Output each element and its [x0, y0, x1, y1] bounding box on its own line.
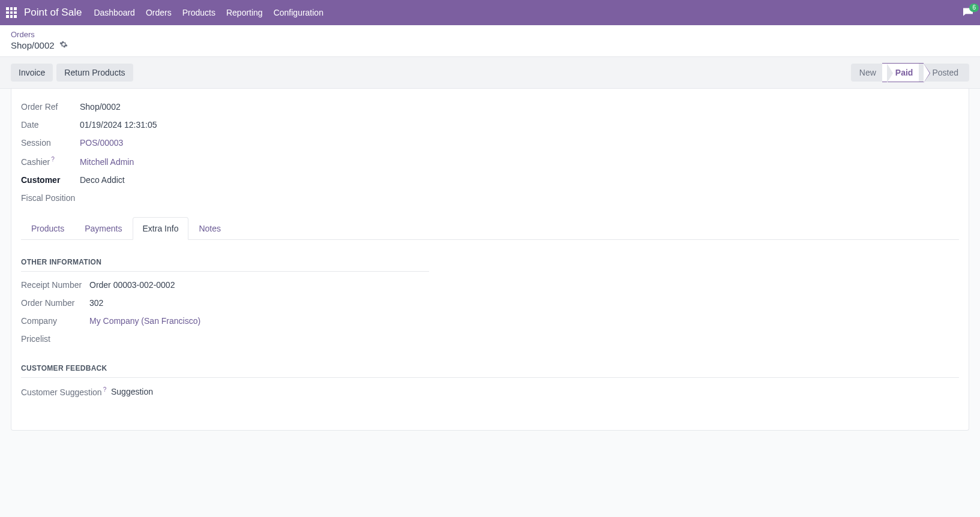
nav-products[interactable]: Products [182, 8, 215, 17]
label-company: Company [21, 316, 89, 326]
breadcrumb-bar: Orders Shop/0002 [0, 25, 980, 57]
label-order-ref: Order Ref [21, 102, 80, 112]
breadcrumb-parent[interactable]: Orders [11, 30, 969, 39]
label-customer: Customer [21, 175, 80, 185]
label-cashier: Cashier? [21, 156, 80, 167]
value-customer[interactable]: Deco Addict [80, 175, 125, 185]
status-track: New Paid Posted [851, 63, 969, 82]
value-receipt-number: Order 00003-002-0002 [89, 280, 175, 290]
return-products-button[interactable]: Return Products [56, 64, 133, 82]
tab-content-extra-info: OTHER INFORMATION Receipt Number Order 0… [21, 240, 959, 397]
top-navbar: Point of Sale Dashboard Orders Products … [0, 0, 980, 25]
messaging-icon[interactable]: 6 [962, 7, 974, 19]
tab-notes[interactable]: Notes [188, 217, 231, 240]
value-company[interactable]: My Company (San Francisco) [89, 316, 200, 326]
value-order-number: 302 [89, 298, 103, 308]
value-date: 01/19/2024 12:31:05 [80, 120, 157, 130]
value-session[interactable]: POS/00003 [80, 138, 123, 148]
nav-orders[interactable]: Orders [146, 8, 172, 17]
help-icon[interactable]: ? [103, 386, 107, 393]
breadcrumb-current: Shop/0002 [11, 40, 55, 50]
section-title-other-info: OTHER INFORMATION [21, 258, 429, 266]
value-cashier[interactable]: Mitchell Admin [80, 157, 134, 167]
divider [21, 377, 959, 378]
label-customer-suggestion: Customer Suggestion? [21, 386, 111, 397]
help-icon[interactable]: ? [51, 156, 55, 163]
label-date: Date [21, 120, 80, 130]
label-receipt-number: Receipt Number [21, 280, 89, 290]
label-session: Session [21, 138, 80, 148]
tab-payments[interactable]: Payments [74, 217, 132, 240]
tab-products[interactable]: Products [21, 217, 74, 240]
action-bar: Invoice Return Products New Paid Posted [0, 57, 980, 89]
apps-icon[interactable] [6, 7, 17, 18]
gear-icon[interactable] [59, 40, 68, 50]
messaging-badge: 6 [969, 4, 979, 12]
invoice-button[interactable]: Invoice [11, 64, 53, 82]
label-fiscal-position: Fiscal Position [21, 193, 75, 203]
divider [21, 271, 429, 272]
status-new[interactable]: New [851, 64, 887, 82]
value-customer-suggestion[interactable]: Suggestion [111, 387, 153, 396]
nav-reporting[interactable]: Reporting [226, 8, 263, 17]
section-title-customer-feedback: CUSTOMER FEEDBACK [21, 364, 959, 372]
nav-configuration[interactable]: Configuration [274, 8, 323, 17]
label-order-number: Order Number [21, 298, 89, 308]
tab-extra-info[interactable]: Extra Info [133, 217, 189, 240]
tabs: Products Payments Extra Info Notes [21, 217, 959, 240]
nav-dashboard[interactable]: Dashboard [94, 8, 135, 17]
value-order-ref: Shop/0002 [80, 102, 121, 112]
app-brand[interactable]: Point of Sale [24, 7, 82, 19]
form-sheet: Order Ref Shop/0002 Date 01/19/2024 12:3… [11, 89, 969, 431]
label-pricelist: Pricelist [21, 334, 89, 344]
